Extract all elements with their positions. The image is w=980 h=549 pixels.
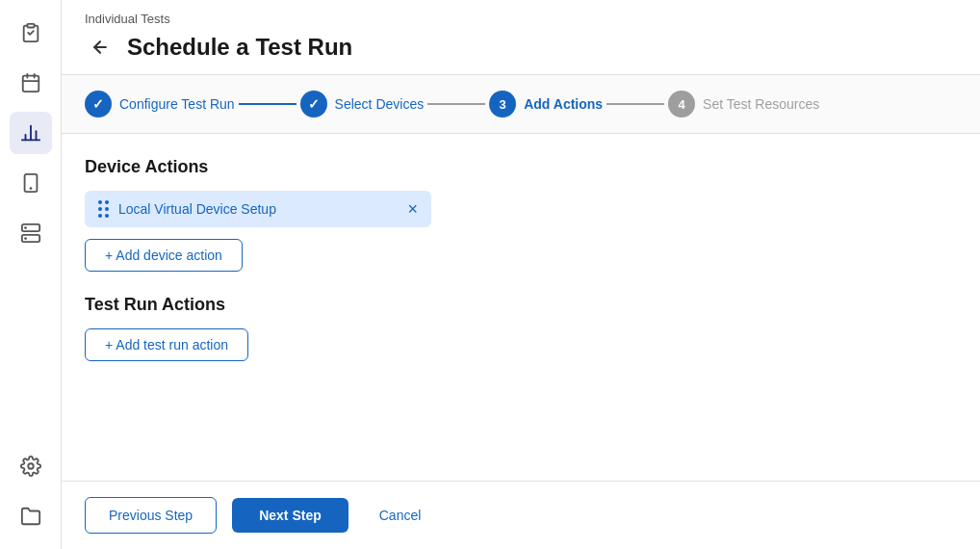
step-configure: ✓ Configure Test Run bbox=[85, 91, 235, 118]
step-add-actions-label: Add Actions bbox=[524, 96, 603, 112]
test-run-actions-section: Test Run Actions + Add test run action bbox=[85, 295, 957, 384]
back-arrow-icon bbox=[90, 38, 110, 57]
step-add-actions: 3 Add Actions bbox=[489, 91, 603, 118]
step-add-actions-circle: 3 bbox=[489, 91, 516, 118]
step-select-devices-circle: ✓ bbox=[300, 91, 327, 118]
sidebar-item-charts[interactable] bbox=[10, 112, 52, 154]
connector-2 bbox=[427, 103, 485, 105]
svg-rect-0 bbox=[27, 24, 34, 28]
cancel-button[interactable]: Cancel bbox=[364, 498, 437, 533]
main-content: Individual Tests Schedule a Test Run ✓ C… bbox=[62, 0, 980, 549]
step-set-resources: 4 Set Test Resources bbox=[668, 91, 819, 118]
step-select-devices-label: Select Devices bbox=[335, 96, 425, 112]
sidebar-item-calendar[interactable] bbox=[10, 62, 52, 104]
connector-1 bbox=[239, 103, 297, 105]
step-select-devices: ✓ Select Devices bbox=[300, 91, 425, 118]
step-set-resources-circle: 4 bbox=[668, 91, 695, 118]
drag-handle-icon[interactable] bbox=[98, 200, 109, 218]
next-step-button[interactable]: Next Step bbox=[232, 498, 348, 533]
sidebar-item-settings[interactable] bbox=[10, 445, 52, 487]
step-set-resources-label: Set Test Resources bbox=[703, 96, 819, 112]
stepper: ✓ Configure Test Run ✓ Select Devices 3 … bbox=[62, 75, 980, 134]
previous-step-button[interactable]: Previous Step bbox=[85, 497, 217, 534]
breadcrumb: Individual Tests bbox=[85, 12, 957, 26]
sidebar-item-devices[interactable] bbox=[10, 162, 52, 204]
add-device-action-button[interactable]: + Add device action bbox=[85, 239, 243, 272]
step-configure-label: Configure Test Run bbox=[119, 96, 235, 112]
device-chip-label: Local Virtual Device Setup bbox=[118, 201, 276, 217]
device-actions-title: Device Actions bbox=[85, 157, 957, 177]
content-area: Device Actions Local Virtual Device Setu… bbox=[62, 134, 980, 481]
footer: Previous Step Next Step Cancel bbox=[62, 481, 980, 549]
page-title: Schedule a Test Run bbox=[127, 34, 352, 61]
connector-3 bbox=[606, 103, 664, 105]
sidebar-item-folder[interactable] bbox=[10, 495, 52, 537]
sidebar-item-servers[interactable] bbox=[10, 212, 52, 254]
device-actions-section: Device Actions Local Virtual Device Setu… bbox=[85, 157, 957, 295]
test-run-actions-title: Test Run Actions bbox=[85, 295, 957, 315]
device-chip-close-button[interactable]: × bbox=[407, 200, 418, 218]
add-test-run-action-button[interactable]: + Add test run action bbox=[85, 328, 248, 361]
back-button[interactable] bbox=[85, 32, 116, 63]
svg-point-15 bbox=[28, 463, 34, 469]
sidebar bbox=[0, 0, 62, 549]
sidebar-item-tasks[interactable] bbox=[10, 12, 52, 54]
step-configure-circle: ✓ bbox=[85, 91, 112, 118]
svg-rect-1 bbox=[22, 76, 39, 92]
device-chip: Local Virtual Device Setup × bbox=[85, 191, 431, 227]
header: Individual Tests Schedule a Test Run bbox=[62, 0, 980, 75]
